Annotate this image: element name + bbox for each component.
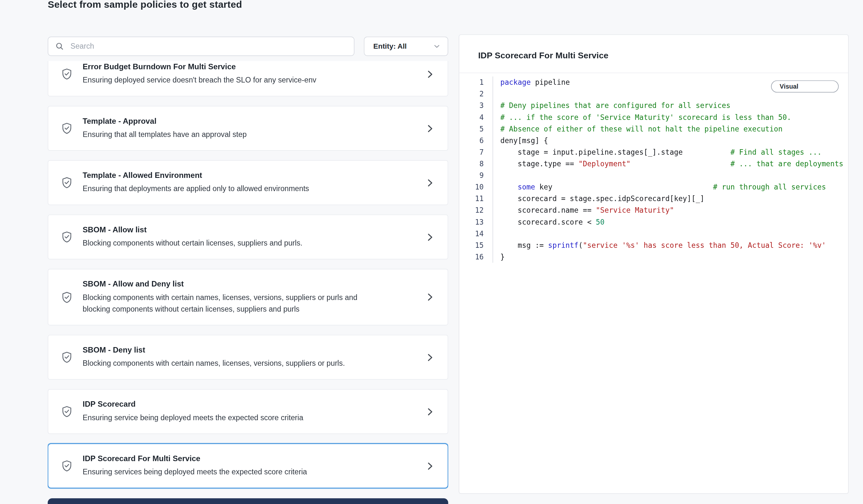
- policy-description: Ensuring that deployments are applied on…: [83, 183, 367, 195]
- code-editor: Visual Rego 12345678910111213141516 pack…: [459, 73, 848, 263]
- search-icon: [55, 41, 64, 51]
- chevron-right-icon[interactable]: [424, 292, 435, 302]
- policy-description: Blocking components with certain names, …: [83, 292, 367, 315]
- line-number: 11: [459, 193, 484, 205]
- code-line: [500, 169, 848, 181]
- policy-list-item[interactable]: Template - Approval Ensuring that all te…: [48, 106, 448, 151]
- line-number: 1: [459, 76, 484, 88]
- code-line: scorecard.score < 50: [500, 216, 848, 228]
- toolbar: Entity: All: [48, 37, 448, 56]
- sample-policies-page: Select from sample policies to get start…: [0, 0, 863, 504]
- policy-text: IDP Scorecard For Multi Service Ensuring…: [83, 454, 418, 478]
- policy-text: IDP Scorecard Ensuring service being dep…: [83, 400, 418, 424]
- line-number: 12: [459, 205, 484, 216]
- policy-list: Error Budget Burndown For Multi Service …: [48, 61, 448, 494]
- policy-title: Template - Allowed Environment: [83, 171, 418, 180]
- line-number: 9: [459, 169, 484, 181]
- policy-description: Ensuring that all templates have an appr…: [83, 129, 367, 140]
- code-line: # Absence of either of these will not ha…: [500, 123, 848, 135]
- line-number: 14: [459, 228, 484, 240]
- code-line: scorecard.name == "Service Maturity": [500, 205, 848, 216]
- policy-preview-panel: IDP Scorecard For Multi Service Visual R…: [459, 35, 849, 494]
- chevron-right-icon[interactable]: [424, 231, 435, 242]
- line-number: 2: [459, 88, 484, 100]
- policy-description: Ensuring deployed service doesn't breach…: [83, 74, 367, 86]
- shield-check-icon: [60, 122, 74, 135]
- policy-text: SBOM - Deny list Blocking components wit…: [83, 346, 418, 369]
- shield-check-icon: [60, 351, 74, 364]
- code-line: stage.type == "Deployment" # ... that ar…: [500, 158, 848, 169]
- policy-description: Blocking components without certain lice…: [83, 237, 367, 249]
- code-content[interactable]: package pipeline # Deny pipelines that a…: [493, 76, 848, 263]
- shield-check-icon: [60, 176, 74, 189]
- entity-filter-label: Entity: All: [373, 42, 407, 51]
- line-number: 7: [459, 146, 484, 158]
- policy-title: SBOM - Allow and Deny list: [83, 280, 418, 289]
- policy-text: Error Budget Burndown For Multi Service …: [83, 62, 418, 86]
- rego-toggle-button[interactable]: Rego: [806, 80, 839, 92]
- policy-title: SBOM - Allow list: [83, 225, 418, 234]
- line-number: 6: [459, 135, 484, 146]
- policy-description: Blocking components with certain names, …: [83, 357, 367, 369]
- policy-list-item[interactable]: SBOM - Allow list Blocking components wi…: [48, 215, 448, 259]
- code-line: # ... if the score of 'Service Maturity'…: [500, 112, 848, 123]
- shield-check-icon: [60, 460, 74, 473]
- line-number: 5: [459, 123, 484, 135]
- chevron-right-icon[interactable]: [424, 123, 435, 134]
- code-line: msg := sprintf("service '%s' has score l…: [500, 240, 848, 251]
- policy-list-item[interactable]: Error Budget Burndown For Multi Service …: [48, 61, 448, 96]
- policy-list-item[interactable]: IDP Scorecard Ensuring service being dep…: [48, 389, 448, 434]
- chevron-right-icon[interactable]: [424, 460, 435, 471]
- chevron-right-icon[interactable]: [424, 177, 435, 188]
- entity-filter-dropdown[interactable]: Entity: All: [364, 37, 448, 56]
- code-line: some key # run through all services: [500, 181, 848, 193]
- shield-check-icon: [60, 405, 74, 418]
- policy-title: IDP Scorecard For Multi Service: [83, 454, 418, 463]
- line-number: 8: [459, 158, 484, 169]
- chevron-right-icon[interactable]: [424, 406, 435, 417]
- policy-list-item[interactable]: SBOM - Deny list Blocking components wit…: [48, 335, 448, 379]
- policy-description: Ensuring service being deployed meets th…: [83, 412, 367, 424]
- policy-text: SBOM - Allow and Deny list Blocking comp…: [83, 280, 418, 315]
- chevron-down-icon: [433, 42, 441, 51]
- shield-check-icon: [60, 291, 74, 303]
- policy-list-item[interactable]: Template - Allowed Environment Ensuring …: [48, 160, 448, 205]
- search-box[interactable]: [48, 37, 354, 56]
- line-number: 13: [459, 216, 484, 228]
- policy-description: Ensuring services being deployed meets t…: [83, 466, 367, 478]
- footer-bar: [48, 498, 448, 504]
- chevron-right-icon[interactable]: [424, 352, 435, 363]
- policy-list-item[interactable]: IDP Scorecard For Multi Service Ensuring…: [48, 443, 448, 488]
- preview-title: IDP Scorecard For Multi Service: [478, 51, 829, 61]
- policy-text: SBOM - Allow list Blocking components wi…: [83, 225, 418, 249]
- shield-check-icon: [60, 231, 74, 244]
- line-number: 15: [459, 240, 484, 251]
- code-line: [500, 228, 848, 240]
- code-line: deny[msg] {: [500, 135, 848, 146]
- line-number: 16: [459, 251, 484, 263]
- line-number: 4: [459, 112, 484, 123]
- policy-title: Template - Approval: [83, 116, 418, 126]
- visual-toggle-button[interactable]: Visual: [772, 81, 807, 92]
- line-number: 10: [459, 181, 484, 193]
- code-line: # Deny pipelines that are configured for…: [500, 100, 848, 112]
- view-toggle: Visual Rego: [771, 80, 839, 92]
- policy-list-item[interactable]: SBOM - Allow and Deny list Blocking comp…: [48, 269, 448, 325]
- chevron-right-icon[interactable]: [424, 68, 435, 79]
- line-number-gutter: 12345678910111213141516: [459, 76, 493, 263]
- preview-header: IDP Scorecard For Multi Service: [459, 35, 848, 73]
- policy-title: IDP Scorecard: [83, 400, 418, 409]
- line-number: 3: [459, 100, 484, 112]
- shield-check-icon: [60, 68, 74, 80]
- policy-title: Error Budget Burndown For Multi Service: [83, 62, 418, 72]
- code-line: stage = input.pipeline.stages[_].stage #…: [500, 146, 848, 158]
- search-input[interactable]: [69, 41, 347, 51]
- policy-text: Template - Approval Ensuring that all te…: [83, 116, 418, 140]
- policy-title: SBOM - Deny list: [83, 346, 418, 355]
- code-line: scorecard = stage.spec.idpScorecard[key]…: [500, 193, 848, 205]
- page-title: Select from sample policies to get start…: [48, 0, 242, 11]
- code-line: }: [500, 251, 848, 263]
- policy-text: Template - Allowed Environment Ensuring …: [83, 171, 418, 195]
